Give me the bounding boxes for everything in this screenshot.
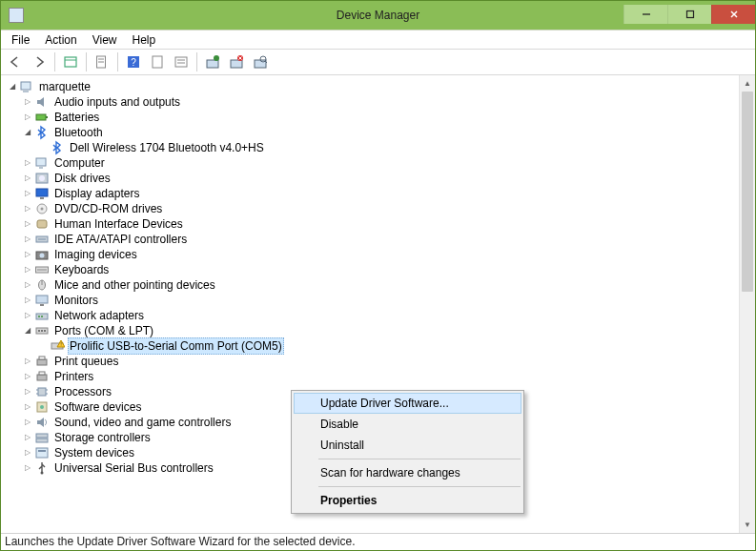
tree-node[interactable]: !Prolific USB-to-Serial Comm Port (COM5)	[3, 338, 739, 354]
tree-node[interactable]: DVD/CD-ROM drives	[3, 201, 739, 216]
menu-file[interactable]: File	[5, 32, 36, 48]
tree-node-label[interactable]: System devices	[52, 445, 136, 460]
tree-node[interactable]: Computer	[3, 155, 739, 171]
tree-node-label[interactable]: Mice and other pointing devices	[52, 277, 217, 293]
toolbar-show-hidden-button[interactable]	[60, 51, 81, 72]
minimize-button[interactable]	[623, 5, 667, 24]
tree-node-label[interactable]: Display adapters	[52, 186, 141, 201]
tree-node-label[interactable]: Imaging devices	[52, 247, 139, 262]
tree-node[interactable]: Keyboards	[3, 262, 739, 277]
tree-node[interactable]: Ports (COM & LPT)	[3, 323, 739, 338]
tree-node-label[interactable]: Disk drives	[52, 171, 112, 186]
expand-icon[interactable]	[22, 94, 33, 110]
tree-node-label[interactable]: Ports (COM & LPT)	[52, 323, 155, 338]
tree-node[interactable]: Imaging devices	[3, 247, 739, 262]
expand-icon[interactable]	[22, 460, 33, 476]
titlebar[interactable]: Device Manager	[1, 1, 755, 30]
tree-node-label[interactable]: Human Interface Devices	[52, 216, 185, 232]
ctx-disable[interactable]: Disable	[294, 414, 521, 435]
tree-node[interactable]: Monitors	[3, 293, 739, 308]
toolbar-scan-button[interactable]	[250, 51, 271, 72]
tree-node[interactable]: Bluetooth	[3, 125, 739, 140]
tree-node[interactable]: IDE ATA/ATAPI controllers	[3, 232, 739, 247]
tree-node-label[interactable]: Network adapters	[52, 308, 146, 323]
expand-icon[interactable]	[22, 262, 33, 277]
tree-node-label[interactable]: Print queues	[52, 354, 120, 369]
toolbar-uninstall-button[interactable]	[226, 51, 247, 72]
sound-icon	[34, 415, 50, 430]
tree-node[interactable]: Human Interface Devices	[3, 216, 739, 232]
close-button[interactable]	[711, 5, 755, 24]
expand-icon[interactable]	[22, 445, 33, 460]
menu-action[interactable]: Action	[38, 32, 83, 48]
tree-node[interactable]: Audio inputs and outputs	[3, 94, 739, 110]
tree-node-label[interactable]: Printers	[52, 369, 95, 384]
vertical-scrollbar[interactable]: ▲ ▼	[739, 75, 755, 533]
expand-icon[interactable]	[22, 308, 33, 323]
toolbar-help-button[interactable]: ?	[123, 51, 144, 72]
toolbar-update-driver-button[interactable]	[202, 51, 223, 72]
tree-node[interactable]: Disk drives	[3, 171, 739, 186]
tree-node-label[interactable]: marquette	[37, 79, 92, 94]
toolbar-button-5[interactable]	[147, 51, 168, 72]
expand-icon[interactable]	[22, 216, 33, 232]
expand-icon[interactable]	[22, 110, 33, 125]
expand-icon[interactable]	[22, 293, 33, 308]
expand-icon[interactable]	[22, 369, 33, 384]
expand-icon[interactable]	[22, 232, 33, 247]
tree-node-label[interactable]: Prolific USB-to-Serial Comm Port (COM5)	[68, 337, 284, 355]
tree-node[interactable]: Network adapters	[3, 308, 739, 323]
tree-node[interactable]: Batteries	[3, 110, 739, 125]
collapse-icon[interactable]	[22, 125, 33, 140]
tree-node[interactable]: Dell Wireless 1704 Bluetooth v4.0+HS	[3, 140, 739, 155]
svg-rect-29	[39, 167, 43, 169]
ctx-update-driver[interactable]: Update Driver Software...	[294, 393, 521, 414]
tree-node[interactable]: marquette	[3, 79, 739, 94]
tree-node-label[interactable]: Universal Serial Bus controllers	[52, 460, 215, 476]
toolbar-properties-button[interactable]	[92, 51, 112, 72]
tree-node[interactable]: Display adapters	[3, 186, 739, 201]
tree-node[interactable]: Print queues	[3, 354, 739, 369]
tree-node-label[interactable]: DVD/CD-ROM drives	[52, 201, 164, 216]
expand-icon[interactable]	[22, 171, 33, 186]
tree-node-label[interactable]: Batteries	[52, 110, 101, 125]
ctx-uninstall[interactable]: Uninstall	[294, 435, 521, 456]
tree-node-label[interactable]: Monitors	[52, 293, 100, 308]
tree-node-label[interactable]: Bluetooth	[52, 125, 105, 140]
tree-node-label[interactable]: IDE ATA/ATAPI controllers	[52, 232, 189, 247]
expand-icon[interactable]	[22, 384, 33, 399]
toolbar-forward-button[interactable]	[29, 51, 50, 72]
tree-node-label[interactable]: Sound, video and game controllers	[52, 415, 233, 430]
maximize-button[interactable]	[667, 5, 711, 24]
tree-node-label[interactable]: Keyboards	[52, 262, 111, 277]
ctx-properties[interactable]: Properties	[294, 490, 521, 511]
expand-icon[interactable]	[22, 430, 33, 445]
tree-node-label[interactable]: Processors	[52, 384, 113, 399]
toolbar-back-button[interactable]	[5, 51, 26, 72]
expand-icon[interactable]	[22, 354, 33, 369]
tree-node[interactable]: Printers	[3, 369, 739, 384]
tree-node-label[interactable]: Dell Wireless 1704 Bluetooth v4.0+HS	[68, 140, 266, 155]
toolbar-button-6[interactable]	[171, 51, 192, 72]
expand-icon[interactable]	[22, 186, 33, 201]
collapse-icon[interactable]	[22, 323, 33, 338]
expand-icon[interactable]	[22, 415, 33, 430]
tree-node-label[interactable]: Storage controllers	[52, 430, 153, 445]
menu-view[interactable]: View	[86, 32, 124, 48]
expand-icon[interactable]	[22, 399, 33, 415]
scroll-down-button[interactable]: ▼	[740, 517, 755, 533]
tree-node-label[interactable]: Software devices	[52, 399, 143, 415]
menu-help[interactable]: Help	[126, 32, 163, 48]
tree-node-label[interactable]: Computer	[52, 155, 107, 171]
expand-icon[interactable]	[22, 155, 33, 171]
expand-icon[interactable]	[22, 277, 33, 293]
expand-icon[interactable]	[22, 247, 33, 262]
expand-icon[interactable]	[22, 201, 33, 216]
collapse-icon[interactable]	[7, 79, 18, 94]
tree-node-label[interactable]: Audio inputs and outputs	[52, 94, 182, 110]
tree-node[interactable]: Mice and other pointing devices	[3, 277, 739, 293]
svg-text:?: ?	[131, 57, 136, 68]
ctx-scan[interactable]: Scan for hardware changes	[294, 462, 521, 483]
scroll-thumb[interactable]	[742, 92, 753, 292]
scroll-up-button[interactable]: ▲	[740, 75, 755, 92]
